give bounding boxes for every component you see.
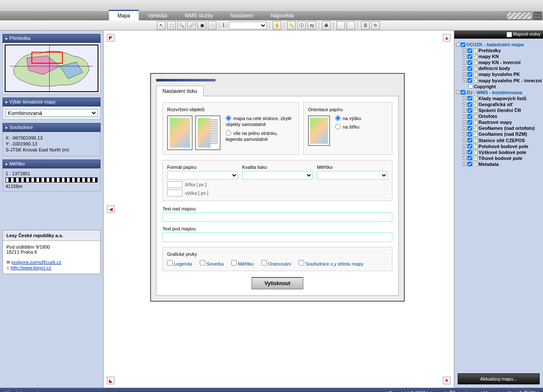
tree-checkbox[interactable] xyxy=(467,78,472,83)
pan-s-icon[interactable]: ▼ xyxy=(443,377,451,384)
tree-toggle-icon[interactable]: + xyxy=(463,109,467,112)
overview-viewport[interactable] xyxy=(31,52,63,64)
tree-item-label[interactable]: Polohové bodové pole xyxy=(479,144,528,149)
tree-group-label[interactable]: ©CUZK - katastralni mapa xyxy=(466,42,523,47)
tree-item-label[interactable]: Klady mapových listů xyxy=(479,96,526,101)
fit-icon[interactable]: ▣ xyxy=(198,21,206,30)
text-above-input[interactable] xyxy=(162,213,392,222)
company-web-link[interactable]: http://www.lesycr.cz xyxy=(11,265,51,270)
pan-icon[interactable]: ✋ xyxy=(273,21,281,30)
tree-toggle-icon[interactable]: + xyxy=(463,132,467,136)
tree-checkbox2[interactable] xyxy=(473,54,478,59)
tree-toggle-icon[interactable]: + xyxy=(463,150,467,154)
tree-item-label[interactable]: mapy byvaleho PK - inverzni xyxy=(479,78,542,83)
overview-map[interactable] xyxy=(5,45,98,92)
tree-item-label[interactable]: mapy byvaleho PK xyxy=(479,72,520,77)
tree-checkbox2[interactable] xyxy=(473,66,478,71)
tree-checkbox[interactable] xyxy=(467,60,472,65)
tree-checkbox2[interactable] xyxy=(473,96,478,101)
tree-item-label[interactable]: Copyright xyxy=(474,84,496,89)
tree-item-label[interactable]: Tíhové bodové pole xyxy=(479,156,522,161)
width-input[interactable] xyxy=(167,181,182,188)
chk-border[interactable]: Orámování xyxy=(261,260,291,266)
zoom-in-icon[interactable]: 🔍 xyxy=(177,21,186,30)
printscale-select[interactable] xyxy=(317,171,388,179)
tree-toggle-icon[interactable]: + xyxy=(463,78,467,82)
tree-toggle-icon[interactable]: + xyxy=(463,67,467,70)
tree-checkbox[interactable] xyxy=(467,138,472,143)
tree-toggle-icon[interactable]: + xyxy=(463,73,467,76)
tree-checkbox[interactable] xyxy=(467,126,472,131)
tree-checkbox2[interactable] xyxy=(473,162,478,166)
tree-checkbox[interactable] xyxy=(467,96,472,101)
tree-checkbox[interactable] xyxy=(467,120,472,125)
print-icon[interactable]: 🖶 xyxy=(322,21,330,30)
tree-checkbox2[interactable] xyxy=(473,126,478,131)
tree-toggle-icon[interactable]: + xyxy=(463,96,467,100)
tab-mapa[interactable]: Mapa xyxy=(109,10,139,20)
tree-checkbox[interactable] xyxy=(467,162,472,166)
xy-icon[interactable]: xy xyxy=(308,21,316,30)
tree-checkbox[interactable] xyxy=(467,54,472,59)
chk-coords[interactable]: Souřadnice x,y středu mapy xyxy=(299,260,363,266)
tree-item-label[interactable]: mapy KN xyxy=(479,54,499,59)
orient-radio-portrait[interactable]: na výšku xyxy=(335,115,361,121)
tree-checkbox2[interactable] xyxy=(473,72,478,77)
tree-checkbox2[interactable] xyxy=(473,108,478,113)
pan-n-icon[interactable]: ▲ xyxy=(443,34,451,42)
update-map-button[interactable]: Aktualizuj mapu... xyxy=(458,373,540,384)
chk-scale[interactable]: Měřítko xyxy=(231,260,254,266)
theme-select[interactable]: Kombinovaná xyxy=(6,109,98,117)
tab-napoveda[interactable]: Nápověda xyxy=(262,11,302,20)
tree-item-label[interactable]: Prehledky xyxy=(479,48,501,53)
layout-thumb-1[interactable] xyxy=(167,115,193,150)
tree-item-label[interactable]: Ortofoto xyxy=(479,114,497,119)
pan-sw-icon[interactable]: ◣ xyxy=(107,377,115,384)
tree-toggle-icon[interactable]: − xyxy=(456,90,460,94)
dialog-tab[interactable]: Nastavení tisku xyxy=(156,86,204,96)
tree-checkbox[interactable] xyxy=(467,144,472,148)
tab-nastaveni[interactable]: Nastavení xyxy=(221,11,262,20)
tab-wms[interactable]: WMS služby xyxy=(176,11,221,20)
tree-toggle-icon[interactable]: + xyxy=(463,115,467,118)
tree-checkbox[interactable] xyxy=(461,90,465,95)
tree-toggle-icon[interactable]: − xyxy=(456,43,460,47)
text-below-input[interactable] xyxy=(162,232,392,242)
quality-select[interactable] xyxy=(242,171,313,179)
tree-item-label[interactable]: Geografická síť xyxy=(479,102,513,107)
tree-item-label[interactable]: Výškové bodové pole xyxy=(479,150,526,155)
tree-toggle-icon[interactable]: + xyxy=(463,55,467,59)
extent-icon[interactable]: ⬜ xyxy=(208,21,216,30)
tree-item-label[interactable]: Metadata xyxy=(479,162,499,167)
tree-checkbox2[interactable] xyxy=(473,78,478,83)
company-email-link[interactable]: podpora.zums@cuzk.cz xyxy=(11,260,62,265)
tree-checkbox[interactable] xyxy=(467,114,472,119)
zoom-out-icon[interactable]: 🔎 xyxy=(188,21,196,30)
tree-toggle-icon[interactable]: + xyxy=(463,144,467,148)
height-input[interactable] xyxy=(167,190,182,196)
tree-toggle-icon[interactable]: + xyxy=(463,138,467,142)
tree-checkbox[interactable] xyxy=(467,108,472,113)
tree-checkbox2[interactable] xyxy=(473,114,478,119)
chk-north[interactable]: Severka xyxy=(200,260,224,266)
layout-thumb-2[interactable] xyxy=(195,115,221,150)
tree-toggle-icon[interactable]: + xyxy=(463,103,467,106)
tree-checkbox2[interactable] xyxy=(473,48,478,53)
print-button[interactable]: Vytisknout xyxy=(252,277,304,289)
layers-icon[interactable]: ☰ xyxy=(361,21,369,30)
pointer-icon[interactable]: ↖ xyxy=(157,21,165,30)
tree-checkbox[interactable] xyxy=(467,150,472,154)
tree-item-label[interactable]: mapy KN - inverzni xyxy=(479,60,521,65)
tree-checkbox[interactable] xyxy=(467,48,472,53)
tree-checkbox[interactable] xyxy=(468,84,473,89)
tree-checkbox2[interactable] xyxy=(473,120,478,125)
tab-vyhledat[interactable]: Vyhledat xyxy=(139,11,176,20)
layout-radio-2[interactable]: vše na jednu stránku, legenda samostatně xyxy=(226,130,294,143)
tree-group-label[interactable]: ZU - WMS - kombinovana xyxy=(466,90,522,95)
tree-item-label[interactable]: GeoNames (nad ortofoto) xyxy=(479,126,535,131)
chk-legend[interactable]: Legenda xyxy=(167,260,192,266)
tree-checkbox2[interactable] xyxy=(473,150,478,154)
map-area[interactable]: ◤ ▲ ◀ ◣ ▼ Nastavení tisku Rozvržení obje… xyxy=(104,31,454,388)
tree-checkbox[interactable] xyxy=(467,132,472,137)
pan-nw-icon[interactable]: ◤ xyxy=(107,34,115,42)
